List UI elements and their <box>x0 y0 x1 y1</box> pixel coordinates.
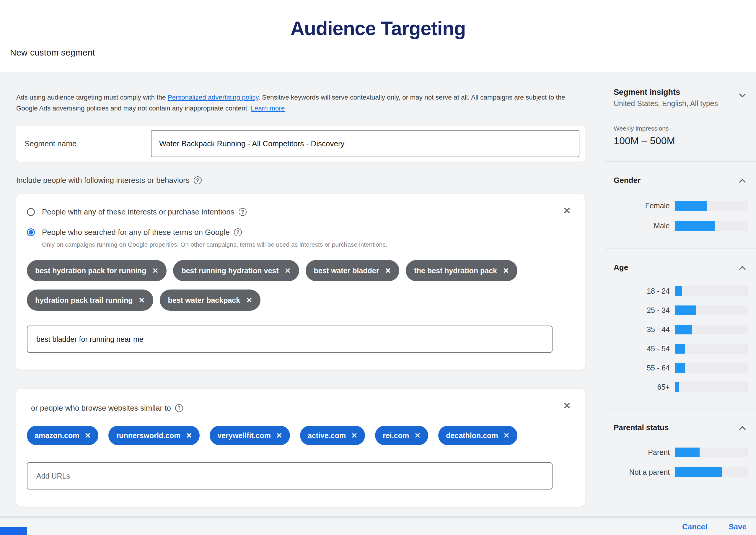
remove-chip-icon[interactable]: ✕ <box>503 267 509 274</box>
url-chip-label: verywellfit.com <box>217 431 271 440</box>
bar-label: 65+ <box>614 383 670 391</box>
url-chip[interactable]: runnersworld.com ✕ <box>108 426 200 445</box>
keyword-chip-label: the best hydration pack <box>414 267 497 275</box>
help-icon[interactable]: ? <box>234 228 242 236</box>
main-content: Ads using audience targeting must comply… <box>0 72 605 518</box>
learn-more-link[interactable]: Learn more <box>251 104 285 112</box>
bar-label: Female <box>614 202 670 210</box>
personalized-advertising-policy-link[interactable]: Personalized advertising policy <box>168 94 258 101</box>
chevron-up-icon[interactable] <box>737 263 748 274</box>
url-chip[interactable]: active.com ✕ <box>300 426 365 445</box>
bar-row: 45 - 54 <box>614 344 748 353</box>
remove-chip-icon[interactable]: ✕ <box>351 432 357 439</box>
bar-fill <box>675 286 682 296</box>
segment-name-input[interactable] <box>151 130 580 157</box>
radio-search-terms[interactable] <box>27 228 35 236</box>
chevron-up-icon[interactable] <box>737 176 748 187</box>
keyword-chip[interactable]: hydration pack trail running ✕ <box>27 290 153 311</box>
url-chip-label: decathlon.com <box>446 431 498 440</box>
footer-divider <box>0 516 756 519</box>
url-chip[interactable]: rei.com ✕ <box>375 426 428 445</box>
remove-chip-icon[interactable]: ✕ <box>276 432 282 439</box>
bar-row: Parent <box>614 448 748 457</box>
segment-name-label: Segment name <box>24 139 151 148</box>
bar-fill <box>675 325 692 334</box>
bar-track <box>675 467 748 477</box>
bar-track <box>675 201 748 211</box>
close-icon[interactable]: ✕ <box>563 206 571 216</box>
websites-card: ✕ or people who browse websites similar … <box>16 389 585 507</box>
page-title: Audience Targeting <box>0 17 756 40</box>
url-chip-label: active.com <box>308 431 346 440</box>
bar-row: 25 - 34 <box>614 305 748 315</box>
divider <box>606 408 756 409</box>
segment-name-card: Segment name <box>16 126 585 162</box>
help-icon[interactable]: ? <box>194 176 202 184</box>
bar-fill <box>675 305 696 315</box>
bar-label: Parent <box>614 448 670 457</box>
url-chip-label: amazon.com <box>35 431 79 440</box>
gender-section-title: Gender <box>614 176 640 185</box>
include-heading: Include people with following interests … <box>16 176 585 185</box>
keyword-chip[interactable]: best water backpack ✕ <box>160 290 261 311</box>
bar-fill <box>675 363 685 373</box>
bar-fill <box>675 382 679 392</box>
keyword-chip-label: best running hydration vest <box>181 267 279 275</box>
bar-track <box>675 305 748 315</box>
url-chip-label: runnersworld.com <box>116 431 180 440</box>
radio-search-terms-label: People who searched for any of these ter… <box>42 228 242 237</box>
bar-label: 25 - 34 <box>614 306 670 315</box>
disclaimer-text: Ads using audience targeting must comply… <box>16 94 168 101</box>
segment-insights-panel: Segment insights United States, English,… <box>605 72 756 518</box>
help-icon[interactable]: ? <box>239 208 247 216</box>
remove-chip-icon[interactable]: ✕ <box>85 432 91 439</box>
weekly-impressions-label: Weekly impressions <box>614 125 748 132</box>
workspace: Ads using audience targeting must comply… <box>0 72 756 518</box>
cancel-button[interactable]: Cancel <box>682 522 707 531</box>
parental-status-section-title: Parental status <box>614 423 669 432</box>
keyword-chip[interactable]: best running hydration vest ✕ <box>173 260 299 281</box>
radio-row-interests[interactable]: People with any of these interests or pu… <box>27 208 573 216</box>
search-terms-hint: Only on campaigns running on Google prop… <box>42 241 573 248</box>
bar-track <box>675 344 748 353</box>
age-section-title: Age <box>614 263 628 272</box>
keyword-chip[interactable]: best water bladder ✕ <box>306 260 399 281</box>
bottom-left-blue-strip <box>0 527 27 535</box>
help-icon[interactable]: ? <box>175 404 183 412</box>
keyword-input[interactable] <box>27 325 553 353</box>
url-chip[interactable]: amazon.com ✕ <box>27 426 98 445</box>
remove-chip-icon[interactable]: ✕ <box>414 432 420 439</box>
divider <box>606 248 756 249</box>
bar-track <box>675 448 748 457</box>
chevron-down-icon[interactable] <box>737 90 748 102</box>
chevron-up-icon[interactable] <box>737 423 748 435</box>
keyword-chip[interactable]: the best hydration pack ✕ <box>406 260 517 281</box>
close-icon[interactable]: ✕ <box>563 401 571 410</box>
keyword-chip-list: best hydration pack for running ✕ best r… <box>27 260 573 311</box>
keyword-chip-label: best hydration pack for running <box>35 267 146 275</box>
radio-interests[interactable] <box>27 208 35 216</box>
remove-chip-icon[interactable]: ✕ <box>385 267 391 274</box>
age-bar-chart: 18 - 24 25 - 34 35 - 44 45 - 54 <box>614 286 748 392</box>
bar-fill <box>675 201 707 211</box>
bar-row: Not a parent <box>614 467 748 477</box>
keyword-chip[interactable]: best hydration pack for running ✕ <box>27 260 167 281</box>
radio-search-terms-text: People who searched for any of these ter… <box>42 228 230 237</box>
remove-chip-icon[interactable]: ✕ <box>503 432 510 439</box>
save-button[interactable]: Save <box>729 522 746 531</box>
websites-heading-text: or people who browse websites similar to <box>31 404 171 413</box>
insights-title: Segment insights <box>614 88 718 97</box>
websites-heading: or people who browse websites similar to… <box>31 404 573 413</box>
url-chip[interactable]: decathlon.com ✕ <box>438 426 517 445</box>
remove-chip-icon[interactable]: ✕ <box>186 432 192 439</box>
url-chip[interactable]: verywellfit.com ✕ <box>210 426 290 445</box>
bar-label: 55 - 64 <box>614 364 670 372</box>
remove-chip-icon[interactable]: ✕ <box>246 296 252 304</box>
radio-row-search-terms[interactable]: People who searched for any of these ter… <box>27 228 573 237</box>
remove-chip-icon[interactable]: ✕ <box>152 267 158 274</box>
bar-fill <box>675 221 715 231</box>
remove-chip-icon[interactable]: ✕ <box>139 296 145 304</box>
remove-chip-icon[interactable]: ✕ <box>285 267 291 274</box>
bar-track <box>675 325 748 334</box>
add-urls-input[interactable] <box>27 462 553 490</box>
